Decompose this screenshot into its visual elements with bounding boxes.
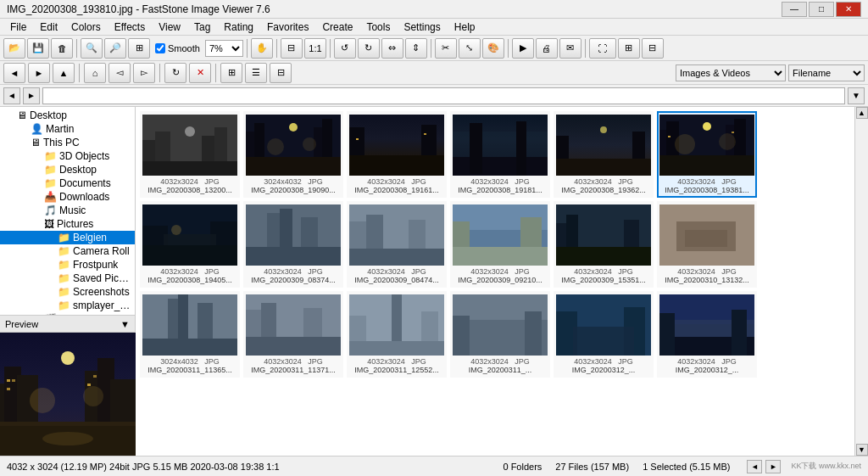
tree-item-pictures[interactable]: 🖼 Pictures [0, 217, 135, 231]
thumb-item[interactable]: 4032x3024 JPG IMG_20200309_09210... [450, 201, 550, 288]
nav-back-button[interactable]: ◄ [3, 63, 25, 83]
menu-settings[interactable]: Settings [397, 20, 447, 35]
tree-item-belgien[interactable]: 📁 Belgien [0, 231, 135, 244]
slideshow-button[interactable]: ▶ [512, 38, 534, 59]
email-button[interactable]: ✉ [559, 38, 581, 59]
address-input[interactable]: C:\Users\Martin\Pictures\Belgien\ [42, 87, 845, 104]
thumb-item[interactable]: 4032x3024 JPG IMG_20200308_19161... [347, 111, 447, 198]
menu-file[interactable]: File [3, 20, 33, 35]
maximize-button[interactable]: □ [809, 2, 834, 17]
fit-page-button[interactable]: ⊟ [281, 38, 303, 59]
status-nav-prev[interactable]: ◄ [747, 460, 762, 473]
vertical-scrollbar[interactable]: ▲ ▼ [854, 107, 868, 456]
fit-window-button[interactable]: ⊞ [128, 38, 150, 59]
thumb-item[interactable]: 3024x4032 JPG IMG_20200311_11365... [140, 291, 240, 378]
thumb-view-button[interactable]: ⊞ [618, 38, 640, 59]
filter-select[interactable]: Images & Videos All Files Images Only Vi… [676, 64, 786, 81]
tree-item-desktop[interactable]: 🖥 Desktop [0, 109, 135, 122]
smooth-label[interactable]: Smooth [168, 43, 200, 53]
menu-rating[interactable]: Rating [217, 20, 260, 35]
open-button[interactable]: 📂 [3, 38, 25, 59]
menu-colors[interactable]: Colors [64, 20, 108, 35]
crop-button[interactable]: ✂ [435, 38, 457, 59]
menu-tag[interactable]: Tag [187, 20, 217, 35]
rotate-right-button[interactable]: ↻ [358, 38, 380, 59]
thumb-item[interactable]: 4032x3024 JPG IMG_20200309_08374... [243, 201, 343, 288]
nav-home-button[interactable]: ⌂ [84, 63, 106, 83]
tree-item-frostpunk[interactable]: 📁 Frostpunk [0, 258, 135, 272]
compare-button[interactable]: ⊟ [642, 38, 664, 59]
save-button[interactable]: 💾 [27, 38, 49, 59]
tree-item-screenshots[interactable]: 📁 Screenshots [0, 285, 135, 299]
nav-next-button[interactable]: ▻ [133, 63, 155, 83]
addr-forward-button[interactable]: ► [23, 87, 40, 104]
resize-button[interactable]: ⤡ [459, 38, 481, 59]
menu-favorites[interactable]: Favorites [260, 20, 315, 35]
menu-help[interactable]: Help [448, 20, 482, 35]
view-mode1-button[interactable]: ⊞ [220, 63, 242, 83]
thumb-item[interactable]: 4032x3024 JPG IMG_20200311_... [450, 291, 550, 378]
tree-item-thispc[interactable]: 🖥 This PC [0, 136, 135, 149]
fullscreen-button[interactable]: ⛶ [589, 38, 616, 59]
status-selected: 1 Selected (5.15 MB) [643, 462, 730, 472]
flip-h-button[interactable]: ⇔ [381, 38, 403, 59]
thumbnail-grid[interactable]: 4032x3024 JPG IMG_20200308_13200... [136, 107, 854, 456]
thumb-item-selected[interactable]: 4032x3024 JPG IMG_20200308_19381... [657, 111, 757, 198]
nav-up-button[interactable]: ▲ [53, 63, 75, 83]
thumb-item[interactable]: 3024x4032 JPG IMG_20200308_19090... [243, 111, 343, 198]
tree-item-desktop2[interactable]: 📁 Desktop [0, 163, 135, 176]
tree-item-martin[interactable]: 👤 Martin [0, 122, 135, 136]
thumb-item[interactable]: 4032x3024 JPG IMG_20200312_... [657, 291, 757, 378]
stop-button[interactable]: ✕ [189, 63, 211, 83]
tree-item-savedpics[interactable]: 📁 Saved Pictures [0, 272, 135, 285]
thumb-item[interactable]: 4032x3024 JPG IMG_20200311_12552... [347, 291, 447, 378]
rotate-left-button[interactable]: ↺ [334, 38, 356, 59]
sort-select[interactable]: Filename Date Modified File Size [788, 64, 865, 81]
print-button[interactable]: 🖨 [536, 38, 558, 59]
thumb-item[interactable]: 4032x3024 JPG IMG_20200311_11371... [243, 291, 343, 378]
view-mode3-button[interactable]: ⊟ [270, 63, 292, 83]
actual-size-button[interactable]: 1:1 [304, 38, 326, 59]
zoom-select[interactable]: 7%25%50%75%100% [205, 40, 243, 57]
thumb-item[interactable]: 4032x3024 JPG IMG_20200312_... [554, 291, 654, 378]
addr-back-button[interactable]: ◄ [3, 87, 20, 104]
hand-tool-button[interactable]: ✋ [251, 38, 273, 59]
thumb-meta: 4032x3024 JPG [557, 267, 650, 276]
close-button[interactable]: ✕ [836, 2, 861, 17]
menu-tools[interactable]: Tools [359, 20, 397, 35]
scroll-up-button[interactable]: ▲ [856, 107, 868, 119]
tree-item-3dobjects[interactable]: 📁 3D Objects [0, 149, 135, 163]
nav-forward-button[interactable]: ► [28, 63, 50, 83]
scroll-down-button[interactable]: ▼ [856, 444, 868, 456]
tree-item-downloads[interactable]: 📥 Downloads [0, 190, 135, 204]
status-nav-next[interactable]: ► [765, 460, 781, 473]
tree-item-documents[interactable]: 📁 Documents [0, 176, 135, 190]
tree-item-smplayer[interactable]: 📁 smplayer_screenshots [0, 299, 135, 312]
flip-v-button[interactable]: ⇕ [405, 38, 427, 59]
tree-item-cameraroll[interactable]: 📁 Camera Roll [0, 244, 135, 258]
preview-collapse-btn[interactable]: ▼ [120, 319, 130, 329]
view-mode2-button[interactable]: ☰ [245, 63, 267, 83]
thumb-item[interactable]: 4032x3024 JPG IMG_20200310_13132... [657, 201, 757, 288]
thumb-meta: 4032x3024 JPG [453, 267, 547, 276]
refresh-button[interactable]: ↻ [164, 63, 186, 83]
zoom-out-button[interactable]: 🔎 [104, 38, 126, 59]
minimize-button[interactable]: — [782, 2, 807, 17]
thumb-item[interactable]: 4032x3024 JPG IMG_20200309_08474... [347, 201, 447, 288]
addr-go-button[interactable]: ▼ [848, 87, 865, 104]
thumb-item[interactable]: 4032x3024 JPG IMG_20200309_15351... [554, 201, 654, 288]
thumb-item[interactable]: 4032x3024 JPG IMG_20200308_19181... [450, 111, 550, 198]
color-adj-button[interactable]: 🎨 [482, 38, 504, 59]
nav-prev-button[interactable]: ◅ [108, 63, 131, 83]
menu-edit[interactable]: Edit [33, 20, 64, 35]
menu-effects[interactable]: Effects [108, 20, 152, 35]
thumb-item[interactable]: 4032x3024 JPG IMG_20200308_13200... [140, 111, 240, 198]
tree-item-music[interactable]: 🎵 Music [0, 204, 135, 217]
zoom-in-button[interactable]: 🔍 [81, 38, 103, 59]
delete-button[interactable]: 🗑 [51, 38, 73, 59]
thumb-item[interactable]: 4032x3024 JPG IMG_20200308_19362... [554, 111, 654, 198]
smooth-checkbox[interactable] [155, 43, 165, 53]
menu-create[interactable]: Create [315, 20, 359, 35]
menu-view[interactable]: View [152, 20, 187, 35]
thumb-item[interactable]: 4032x3024 JPG IMG_20200308_19405... [140, 201, 240, 288]
